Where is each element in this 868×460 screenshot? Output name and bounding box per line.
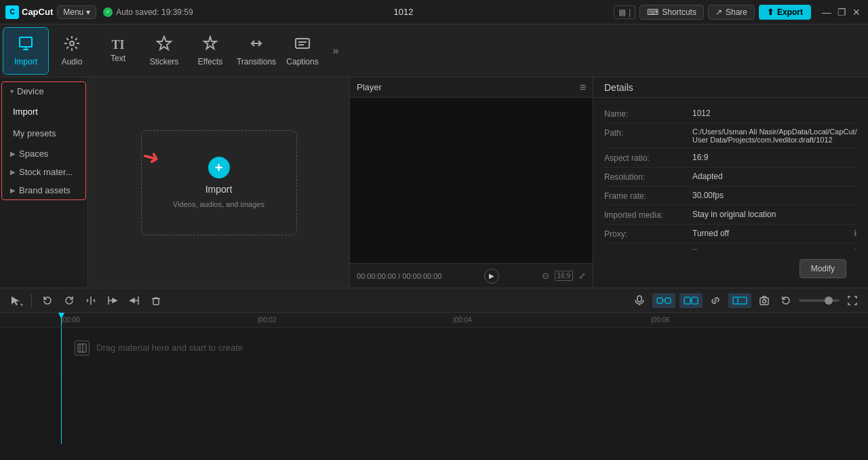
detail-row-imported-media: Imported media: Stay in original locatio… <box>604 206 857 225</box>
detail-label-framerate: Frame rate: <box>604 191 692 201</box>
proxy-info-icon[interactable]: ℹ <box>854 229 857 238</box>
trim-right-btn[interactable] <box>125 292 143 309</box>
player-current-time: 00:00:00:00 <box>357 272 396 280</box>
mic-btn[interactable] <box>631 292 648 309</box>
expand-btn[interactable] <box>728 293 751 308</box>
toolbar-more-button[interactable]: » <box>326 45 346 57</box>
split-btn[interactable] <box>82 292 100 309</box>
captions-icon <box>294 35 311 54</box>
svg-rect-20 <box>153 299 159 305</box>
stickers-label: Stickers <box>150 57 179 66</box>
shortcuts-button[interactable]: ⌨ Shortcuts <box>639 5 704 20</box>
detail-label-resolution: Resolution: <box>604 172 692 182</box>
undo-btn[interactable] <box>39 292 56 309</box>
drag-hint-text: Drag material here and start to create <box>96 343 243 353</box>
svg-marker-4 <box>157 37 171 50</box>
minimize-button[interactable]: — <box>821 6 833 18</box>
toolbar-item-effects[interactable]: Effects <box>187 27 233 75</box>
player-menu-icon[interactable]: ≡ <box>580 81 586 94</box>
toolbar-item-stickers[interactable]: Stickers <box>141 27 187 75</box>
detail-label-proxy: Proxy: <box>604 229 692 239</box>
shortcuts-label: Shortcuts <box>662 7 696 17</box>
timeline-right-btns <box>631 292 861 309</box>
text-icon: TI <box>111 39 124 51</box>
export-button[interactable]: ⬆ Export <box>759 5 811 20</box>
modify-button[interactable]: Modify <box>800 259 846 278</box>
drag-hint: Drag material here and start to create <box>61 341 243 356</box>
import-drop-zone[interactable]: + Import Videos, audios, and images <box>141 130 297 235</box>
share-label: Share <box>726 7 747 17</box>
detail-row-resolution: Resolution: Adapted <box>604 168 857 187</box>
svg-rect-34 <box>78 344 86 352</box>
media-area: ➜ + Import Videos, audios, and images <box>88 77 349 288</box>
detail-value-path: C:/Users/Usman Ali Nasir/AppData/Local/C… <box>692 128 857 144</box>
sidebar-item-device[interactable]: ▾ Device <box>2 82 85 100</box>
zoom-slider[interactable] <box>799 299 840 302</box>
toolbar-item-captions[interactable]: Captions <box>279 27 326 75</box>
cursor-tool-btn[interactable]: ▾ <box>7 292 24 309</box>
import-label: Import <box>14 57 37 66</box>
main-toolbar: Import Audio TI Text Stickers Effects <box>0 24 868 77</box>
sidebar-border: ▾ Device Import My presets ▶ Spaces ▶ St… <box>1 81 86 200</box>
link-btn[interactable] <box>707 292 724 309</box>
detail-value-resolution: Adapted <box>692 172 857 181</box>
export-icon: ⬆ <box>767 7 774 17</box>
ruler-mark-2: |00:04 <box>453 316 472 324</box>
maximize-button[interactable]: ❐ <box>835 6 848 18</box>
capcut-logo-icon: C <box>5 5 19 19</box>
captions-label: Captions <box>286 57 318 66</box>
chain-btn-2[interactable] <box>679 293 703 308</box>
player-canvas <box>350 98 593 263</box>
toolbar-item-audio[interactable]: Audio <box>49 27 95 75</box>
import-plus-icon: + <box>208 157 230 178</box>
drag-hint-icon <box>75 341 90 356</box>
detail-value-proxy: Turned off <box>692 229 851 238</box>
share-button[interactable]: ↗ Share <box>708 5 755 20</box>
trim-left-btn[interactable] <box>104 292 121 309</box>
detail-row-proxy: Proxy: Turned off ℹ <box>604 225 857 244</box>
timeline-tracks: Drag material here and start to create <box>0 328 868 444</box>
project-title: 1012 <box>193 7 614 17</box>
sidebar-item-spaces[interactable]: ▶ Spaces <box>2 145 85 163</box>
toolbar-item-transitions[interactable]: Transitions <box>233 27 279 75</box>
play-button[interactable]: ▶ <box>484 269 499 284</box>
effects-icon <box>202 35 218 54</box>
autosave-text: Auto saved: 19:39:59 <box>116 7 193 17</box>
audio-label: Audio <box>62 57 83 66</box>
fit-timeline-btn[interactable] <box>844 292 861 309</box>
fullscreen-icon[interactable]: ⤢ <box>578 271 586 281</box>
delete-btn[interactable] <box>147 292 165 309</box>
stickers-icon <box>156 35 172 54</box>
toolbar-item-text[interactable]: TI Text <box>95 27 141 75</box>
sidebar-stock-label: Stock mater... <box>19 167 73 177</box>
effects-label: Effects <box>198 57 222 66</box>
menu-label: Menu <box>63 7 83 17</box>
chain-btn-1[interactable] <box>652 293 675 308</box>
svg-point-33 <box>763 299 766 303</box>
brand-arrow-icon: ▶ <box>10 187 16 194</box>
svg-marker-16 <box>113 299 117 303</box>
menu-arrow-icon: ▾ <box>86 7 90 17</box>
sidebar-item-brand-assets[interactable]: ▶ Brand assets <box>2 181 85 199</box>
undo-tl-btn[interactable] <box>777 292 795 309</box>
details-footer: Modify <box>593 250 868 288</box>
close-button[interactable]: ✕ <box>850 6 863 18</box>
redo-btn[interactable] <box>60 292 78 309</box>
player-total-time: 00:00:00:00 <box>402 272 441 280</box>
snapshot-btn[interactable] <box>755 292 773 309</box>
device-arrow-icon: ▾ <box>10 88 14 95</box>
share-icon: ↗ <box>715 7 722 17</box>
sidebar-item-import[interactable]: Import <box>5 101 83 122</box>
shortcuts-keyboard-icon: ⌨ <box>647 7 658 17</box>
resolution-text: | <box>629 7 631 17</box>
menu-button[interactable]: Menu ▾ <box>57 5 96 19</box>
resolution-indicator[interactable]: ▦ | <box>614 5 635 19</box>
aspect-ratio-btn[interactable]: 16:9 <box>555 271 573 281</box>
sidebar-item-my-presets[interactable]: My presets <box>5 123 83 144</box>
detail-row-path: Path: C:/Users/Usman Ali Nasir/AppData/L… <box>604 123 857 149</box>
spaces-arrow-icon: ▶ <box>10 150 16 157</box>
svg-rect-30 <box>733 297 747 304</box>
toolbar-item-import[interactable]: Import <box>3 27 49 75</box>
fit-screen-icon[interactable]: ⊙ <box>542 271 549 281</box>
sidebar-item-stock-material[interactable]: ▶ Stock mater... <box>2 163 85 181</box>
